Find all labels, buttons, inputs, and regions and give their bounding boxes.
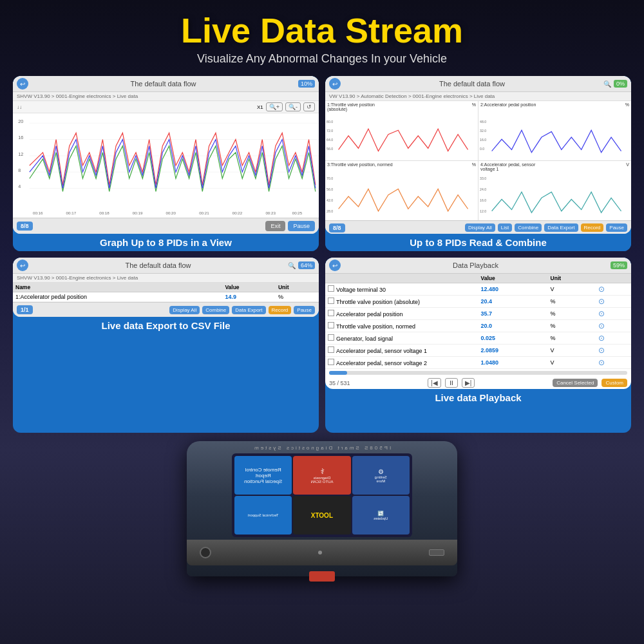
combine-btn-3[interactable]: Combine bbox=[202, 306, 229, 314]
panel-playback-header: ↩ Data Playback 59% bbox=[325, 258, 631, 274]
checkbox-4[interactable] bbox=[328, 334, 334, 341]
graph-cell-4: 4:Accelerator pedal, sensorvoltage 1 V 3… bbox=[478, 161, 631, 220]
playback-fill bbox=[329, 371, 347, 375]
playback-row-1: Throttle valve position (absolute) 20.4 … bbox=[325, 296, 631, 308]
svg-text:20: 20 bbox=[18, 120, 23, 125]
col-action-4 bbox=[596, 274, 631, 283]
svg-text:0.0: 0.0 bbox=[480, 147, 484, 151]
graph-unit-3: % bbox=[472, 162, 476, 167]
row-action-4-1: ⊙ bbox=[596, 296, 631, 308]
power-button[interactable] bbox=[200, 547, 211, 558]
play-pause-btn[interactable]: ⏸ bbox=[445, 378, 458, 388]
panel-playback-badge: 59% bbox=[611, 261, 627, 269]
svg-text:00:19: 00:19 bbox=[133, 211, 143, 215]
svg-text:16: 16 bbox=[18, 136, 23, 141]
breadcrumb-3: SHVW V13.90 > 0001-Engine electronics > … bbox=[13, 274, 319, 283]
panel-combine-wrapper: ↩ The default data flow 🔍 0% VW V13.90 >… bbox=[325, 76, 631, 251]
panel-toolbar-2: 8/8 Display All List Combine Data Export… bbox=[325, 220, 631, 234]
combine-btn-2[interactable]: Combine bbox=[515, 223, 542, 232]
playback-progress-bar[interactable] bbox=[329, 371, 627, 375]
back-button-4[interactable]: ↩ bbox=[329, 260, 341, 271]
panel-list-title: The default data flow bbox=[28, 261, 288, 269]
skip-back-btn[interactable]: |◀ bbox=[428, 378, 441, 388]
svg-text:64.0: 64.0 bbox=[327, 138, 333, 142]
list-btn-2[interactable]: List bbox=[498, 223, 512, 232]
pause-btn-3[interactable]: Pause bbox=[294, 306, 315, 314]
checkbox-3[interactable] bbox=[328, 322, 334, 328]
svg-text:00:16: 00:16 bbox=[33, 211, 43, 215]
panel-toolbar-1: 8/8 Exit Pause bbox=[13, 218, 319, 234]
panel-combine-header: ↩ The default data flow 🔍 0% bbox=[325, 76, 631, 92]
playback-row-2: Accelerator pedal position 35.7 % ⊙ bbox=[325, 308, 631, 320]
graph-area-1: 20 16 12 8 4 bbox=[13, 113, 319, 218]
caption-3: Live data Export to CSV File bbox=[13, 317, 319, 334]
row-value-4-3: 20.0 bbox=[478, 320, 548, 332]
device-body: IP508S Smart Diagnostics System ⚙ Settin… bbox=[187, 441, 457, 576]
svg-text:8: 8 bbox=[18, 169, 21, 174]
graph-svg-3: 70.0 56.0 42.0 28.0 bbox=[325, 161, 478, 220]
device-label: IP508S Smart Diagnostics System bbox=[252, 445, 391, 451]
screen-tile-remote: Remote ControlReportSpecial Function bbox=[234, 456, 292, 495]
data-export-btn-2[interactable]: Data Export bbox=[544, 223, 578, 232]
pause-button-1[interactable]: Pause bbox=[288, 221, 315, 231]
svg-text:00:25: 00:25 bbox=[292, 211, 303, 215]
pause-btn-2[interactable]: Pause bbox=[606, 223, 627, 232]
playback-row-5: Accelerator pedal, sensor voltage 1 2.08… bbox=[325, 345, 631, 357]
svg-text:00:17: 00:17 bbox=[66, 211, 77, 215]
back-button-3[interactable]: ↩ bbox=[17, 260, 28, 271]
graph-cell-3: 3:Throttle valve position, normed % 70.0… bbox=[325, 161, 478, 220]
custom-btn[interactable]: Custom bbox=[601, 379, 627, 387]
col-unit-3: Unit bbox=[276, 283, 319, 292]
cancel-selected-btn[interactable]: Cancel Selected bbox=[553, 379, 598, 387]
playback-row-0: Voltage terminal 30 12.480 V ⊙ bbox=[325, 283, 631, 296]
svg-text:72.0: 72.0 bbox=[327, 129, 333, 133]
zoom-in[interactable]: 🔍+ bbox=[266, 102, 283, 111]
exit-button-1[interactable]: Exit bbox=[265, 221, 285, 231]
checkbox-2[interactable] bbox=[328, 310, 334, 316]
svg-text:80.0: 80.0 bbox=[327, 120, 333, 124]
row-unit-4-3: % bbox=[548, 320, 596, 332]
row-unit-4-5: V bbox=[548, 345, 596, 357]
back-button-1[interactable]: ↩ bbox=[17, 78, 28, 90]
col-value-4: Value bbox=[478, 274, 548, 283]
display-all-btn-3[interactable]: Display All bbox=[169, 306, 200, 314]
panel-list-badge: 64% bbox=[298, 261, 315, 269]
search-icon-2[interactable]: 🔍 bbox=[603, 80, 611, 88]
skip-fwd-btn[interactable]: ▶| bbox=[462, 378, 475, 388]
svg-text:56.0: 56.0 bbox=[327, 147, 333, 151]
data-table-3: Name Value Unit 1:Accelerator pedal posi… bbox=[13, 283, 319, 302]
checkbox-5[interactable] bbox=[328, 346, 334, 353]
counter-badge-3: 1/1 bbox=[17, 305, 33, 314]
refresh-btn[interactable]: ↺ bbox=[303, 102, 315, 111]
row-action-4-5: ⊙ bbox=[596, 345, 631, 357]
device-screen: ⚙ SettingMore ⚕ DiagnosisAUTO SCAN Remot… bbox=[232, 453, 412, 537]
checkbox-1[interactable] bbox=[328, 298, 334, 304]
row-name-4-0: Voltage terminal 30 bbox=[325, 283, 478, 296]
screen-tile-xtool: XTOOL bbox=[293, 496, 350, 535]
search-icon-3[interactable]: 🔍 bbox=[288, 262, 296, 269]
data-export-btn-3[interactable]: Data Export bbox=[232, 306, 265, 314]
row-name-4-2: Accelerator pedal position bbox=[325, 308, 478, 320]
svg-text:00:18: 00:18 bbox=[99, 211, 109, 215]
playback-row-6: Accelerator pedal, sensor voltage 2 1.04… bbox=[325, 357, 631, 369]
row-unit-4-0: V bbox=[548, 283, 596, 296]
row-name-4-5: Accelerator pedal, sensor voltage 1 bbox=[325, 345, 478, 357]
graph-label-1: 1:Throttle valve position(absolute) bbox=[327, 102, 375, 111]
row-name-4-3: Throttle valve position, normed bbox=[325, 320, 478, 332]
record-btn-2[interactable]: Record bbox=[581, 223, 604, 232]
checkbox-0[interactable] bbox=[328, 285, 334, 292]
zoom-out[interactable]: 🔍- bbox=[285, 102, 301, 111]
back-button-2[interactable]: ↩ bbox=[329, 78, 341, 90]
header-section: Live Data Stream Visualize Any Abnormal … bbox=[0, 0, 644, 71]
graph-label-4: 4:Accelerator pedal, sensorvoltage 1 bbox=[480, 162, 535, 171]
checkbox-6[interactable] bbox=[328, 359, 334, 365]
display-all-btn-2[interactable]: Display All bbox=[465, 223, 495, 232]
graph-unit-1: % bbox=[472, 102, 476, 107]
row-unit-4-4: % bbox=[548, 332, 596, 345]
graph-label-3: 3:Throttle valve position, normed bbox=[327, 162, 393, 167]
row-unit-4-2: % bbox=[548, 308, 596, 320]
svg-text:00:20: 00:20 bbox=[166, 211, 176, 215]
svg-text:16.0: 16.0 bbox=[480, 198, 486, 202]
record-btn-3[interactable]: Record bbox=[269, 306, 292, 314]
row-name-4-6: Accelerator pedal, sensor voltage 2 bbox=[325, 357, 478, 369]
